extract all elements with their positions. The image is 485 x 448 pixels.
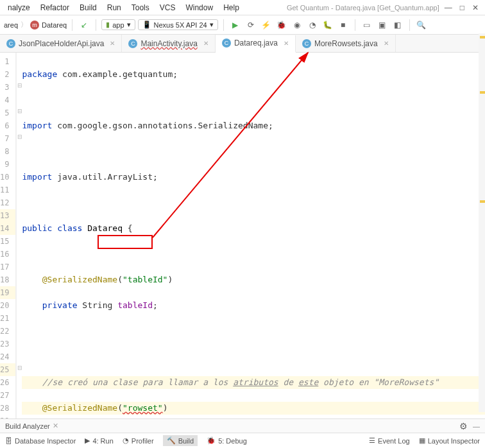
run-tool-button[interactable]: ▶4: Run bbox=[85, 436, 113, 445]
play-icon: ▶ bbox=[85, 436, 90, 445]
profiler-button[interactable]: ◔Profiler bbox=[123, 436, 154, 445]
line-number: 9 bbox=[0, 158, 15, 171]
event-log-button[interactable]: ☰Event Log bbox=[369, 436, 410, 445]
debug-tool-button[interactable]: 🐞5: Debug bbox=[207, 436, 247, 445]
tab-label: JsonPlaceHolderApi.java bbox=[19, 39, 104, 48]
build-tool-button[interactable]: 🔨Build bbox=[163, 435, 198, 446]
menu-analyze[interactable]: nalyze bbox=[3, 2, 35, 13]
line-number: 3 bbox=[0, 81, 15, 94]
code-editor[interactable]: 1234567891011121314151617181920212223242… bbox=[0, 53, 485, 431]
close-icon[interactable]: ✕ bbox=[53, 422, 58, 430]
line-number: 25 bbox=[0, 363, 15, 376]
maximize-icon[interactable]: □ bbox=[460, 3, 464, 12]
line-number: 27 bbox=[0, 389, 15, 402]
menu-run[interactable]: Run bbox=[102, 2, 126, 13]
device-select[interactable]: 📱 Nexus 5X API 24 ▾ bbox=[138, 19, 218, 30]
close-tab-icon[interactable]: ✕ bbox=[203, 40, 208, 47]
menu-refactor[interactable]: Refactor bbox=[35, 2, 74, 13]
menu-help[interactable]: Help bbox=[218, 2, 244, 13]
hide-icon[interactable]: — bbox=[473, 422, 480, 430]
line-gutter: 1234567891011121314151617181920212223242… bbox=[0, 53, 16, 431]
class-file-icon: C bbox=[302, 39, 311, 48]
warning-marker[interactable] bbox=[480, 36, 485, 39]
coverage-button[interactable]: ◉ bbox=[291, 19, 303, 31]
breadcrumb-current[interactable]: Datareq bbox=[42, 21, 67, 29]
code-area[interactable]: package com.example.getquantum; import c… bbox=[17, 53, 485, 431]
layout-inspector-button[interactable]: ▦Layout Inspector bbox=[419, 436, 480, 445]
warning-marker[interactable] bbox=[480, 200, 485, 203]
tab-label: MoreRowsets.java bbox=[314, 39, 378, 48]
run-config-label: app bbox=[112, 21, 124, 29]
menu-vcs[interactable]: VCS bbox=[155, 2, 181, 13]
attach-debugger-button[interactable]: 🐛 bbox=[321, 19, 334, 31]
line-number: 12 bbox=[0, 196, 15, 209]
menu-tools[interactable]: Tools bbox=[126, 2, 155, 13]
line-number: 20 bbox=[0, 299, 15, 312]
warning-marker[interactable] bbox=[480, 91, 485, 94]
error-stripe[interactable] bbox=[479, 33, 485, 412]
close-tab-icon[interactable]: ✕ bbox=[110, 40, 115, 47]
chevron-right-icon: 〉 bbox=[21, 20, 28, 30]
minimize-icon[interactable]: — bbox=[445, 3, 452, 12]
line-number: 5 bbox=[0, 107, 15, 119]
line-number: 23 bbox=[0, 338, 15, 350]
menu-window[interactable]: Window bbox=[180, 2, 218, 13]
class-file-icon: C bbox=[6, 39, 15, 48]
breadcrumb: areq 〉 m Datareq bbox=[4, 20, 67, 30]
menu-bar: nalyze Refactor Build Run Tools VCS Wind… bbox=[0, 0, 485, 15]
tab-mainactivity[interactable]: C MainActivity.java ✕ bbox=[122, 35, 215, 52]
line-number: 17 bbox=[0, 261, 15, 273]
window-title: Get Quantum - Datareq.java [Get_Quantum.… bbox=[287, 4, 445, 12]
line-number: 1 bbox=[0, 55, 15, 68]
log-icon: ☰ bbox=[369, 436, 375, 445]
line-number: 6 bbox=[0, 119, 15, 132]
line-number: 28 bbox=[0, 402, 15, 415]
sync-icon[interactable]: ↙ bbox=[78, 19, 90, 31]
sdk-manager-button[interactable]: ▣ bbox=[376, 19, 389, 31]
apply-changes-button[interactable]: ⟳ bbox=[244, 19, 257, 31]
run-button[interactable]: ▶ bbox=[229, 19, 242, 31]
stop-button[interactable]: ■ bbox=[337, 19, 350, 31]
line-number: 11 bbox=[0, 184, 15, 196]
tool-window-bar: Build Analyzer ✕ ⚙ — bbox=[0, 418, 485, 433]
resource-manager-button[interactable]: ◧ bbox=[391, 19, 404, 31]
database-icon: 🗄 bbox=[5, 437, 12, 445]
profiler-icon: ◔ bbox=[123, 436, 129, 445]
editor-tabs: C JsonPlaceHolderApi.java ✕ C MainActivi… bbox=[0, 35, 485, 53]
chevron-down-icon: ▾ bbox=[210, 21, 214, 29]
hammer-icon: 🔨 bbox=[167, 436, 176, 445]
line-number: 18 bbox=[0, 273, 15, 286]
apply-code-button[interactable]: ⚡ bbox=[260, 19, 273, 31]
android-icon: ▮ bbox=[106, 21, 110, 29]
close-icon[interactable]: ✕ bbox=[472, 3, 479, 12]
breadcrumb-parent[interactable]: areq bbox=[4, 21, 18, 29]
build-analyzer-tab[interactable]: Build Analyzer bbox=[5, 422, 50, 430]
search-icon[interactable]: 🔍 bbox=[415, 19, 428, 31]
close-tab-icon[interactable]: ✕ bbox=[284, 40, 289, 47]
line-number: 2 bbox=[0, 68, 15, 81]
database-inspector-button[interactable]: 🗄Database Inspector bbox=[5, 437, 76, 445]
toolbar: areq 〉 m Datareq ↙ ▮ app ▾ 📱 Nexus 5X AP… bbox=[0, 15, 485, 35]
line-number: 15 bbox=[0, 235, 15, 248]
gear-icon[interactable]: ⚙ bbox=[459, 421, 468, 431]
menu-build[interactable]: Build bbox=[74, 2, 102, 13]
layout-icon: ▦ bbox=[419, 436, 425, 445]
tab-morerowsets[interactable]: C MoreRowsets.java ✕ bbox=[296, 35, 396, 52]
tab-datareq[interactable]: C Datareq.java ✕ bbox=[216, 35, 296, 53]
tab-jsonplaceholderapi[interactable]: C JsonPlaceHolderApi.java ✕ bbox=[0, 35, 122, 52]
line-number: 7 bbox=[0, 132, 15, 145]
debug-button[interactable]: 🐞 bbox=[275, 19, 288, 31]
profile-button[interactable]: ◔ bbox=[306, 19, 319, 31]
line-number: 4 bbox=[0, 94, 15, 107]
close-tab-icon[interactable]: ✕ bbox=[384, 40, 389, 47]
line-number: 13 bbox=[0, 209, 15, 222]
class-file-icon: C bbox=[222, 39, 231, 47]
line-number: 8 bbox=[0, 145, 15, 158]
tab-label: Datareq.java bbox=[234, 39, 278, 47]
run-config-select[interactable]: ▮ app ▾ bbox=[101, 19, 135, 30]
line-number: 26 bbox=[0, 376, 15, 389]
line-number: 14 bbox=[0, 222, 15, 235]
class-file-icon: C bbox=[128, 39, 137, 48]
line-number: 24 bbox=[0, 350, 15, 363]
avd-manager-button[interactable]: ▭ bbox=[361, 19, 373, 31]
